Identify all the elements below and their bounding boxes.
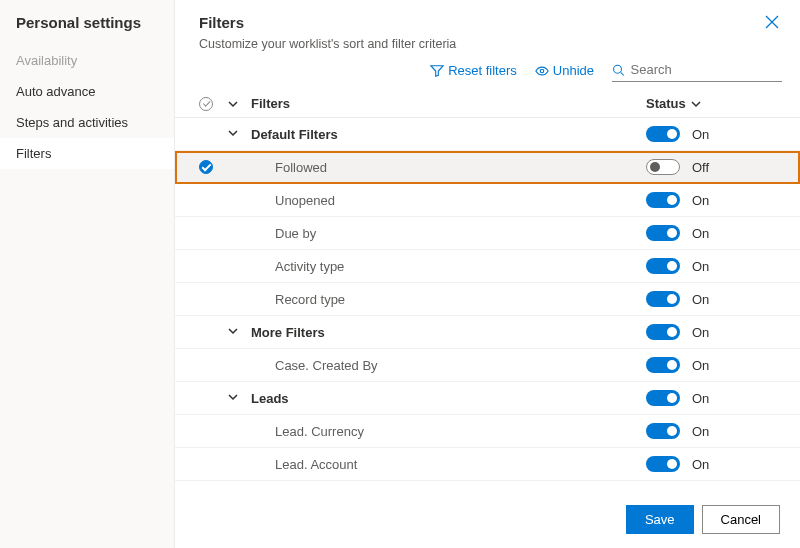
filter-row[interactable]: Default FiltersOn <box>175 118 800 151</box>
reset-filters-label: Reset filters <box>448 63 517 78</box>
search-input[interactable] <box>629 61 782 78</box>
column-status-label: Status <box>646 96 686 111</box>
row-label: Default Filters <box>251 127 646 142</box>
row-label: Lead. Currency <box>251 424 646 439</box>
sidebar-item-availability: Availability <box>0 45 174 76</box>
save-button[interactable]: Save <box>626 505 694 534</box>
status-label: On <box>692 358 709 373</box>
row-label: More Filters <box>251 325 646 340</box>
header: Filters Customize your worklist's sort a… <box>175 0 800 55</box>
chevron-down-icon[interactable] <box>227 391 239 406</box>
sidebar-item-steps[interactable]: Steps and activities <box>0 107 174 138</box>
footer: Save Cancel <box>175 495 800 548</box>
status-label: On <box>692 325 709 340</box>
row-label: Case. Created By <box>251 358 646 373</box>
sidebar-item-auto-advance[interactable]: Auto advance <box>0 76 174 107</box>
chevron-down-icon[interactable] <box>227 325 239 340</box>
eye-icon <box>535 64 549 78</box>
status-label: On <box>692 259 709 274</box>
status-label: Off <box>692 160 709 175</box>
status-toggle[interactable] <box>646 192 680 208</box>
filter-row[interactable]: Lead. AccountOn <box>175 448 800 481</box>
rows-container: Default FiltersOnFollowedOffUnopenedOnDu… <box>175 118 800 495</box>
svg-point-2 <box>540 69 544 73</box>
cancel-button[interactable]: Cancel <box>702 505 780 534</box>
filter-row[interactable]: Record typeOn <box>175 283 800 316</box>
row-label: Unopened <box>251 193 646 208</box>
main-panel: Filters Customize your worklist's sort a… <box>175 0 800 548</box>
filter-row[interactable]: More FiltersOn <box>175 316 800 349</box>
filter-row[interactable]: Activity typeOn <box>175 250 800 283</box>
filter-row[interactable]: LeadsOn <box>175 382 800 415</box>
filter-row[interactable]: Due byOn <box>175 217 800 250</box>
page-subtitle: Customize your worklist's sort and filte… <box>199 37 776 51</box>
status-toggle[interactable] <box>646 126 680 142</box>
filter-row[interactable]: UnopenedOn <box>175 184 800 217</box>
filter-row[interactable]: Lead. CurrencyOn <box>175 415 800 448</box>
toolbar: Reset filters Unhide <box>175 55 800 90</box>
column-status[interactable]: Status <box>646 96 776 111</box>
status-toggle[interactable] <box>646 423 680 439</box>
row-label: Lead. Account <box>251 457 646 472</box>
status-toggle[interactable] <box>646 456 680 472</box>
sidebar-item-filters[interactable]: Filters <box>0 138 174 169</box>
reset-filters-link[interactable]: Reset filters <box>430 63 517 78</box>
table-header: Filters Status <box>175 90 800 118</box>
status-label: On <box>692 391 709 406</box>
filter-row[interactable]: Case. Created ByOn <box>175 349 800 382</box>
status-toggle[interactable] <box>646 390 680 406</box>
filter-row[interactable]: FollowedOff <box>175 151 800 184</box>
status-toggle[interactable] <box>646 225 680 241</box>
chevron-down-icon[interactable] <box>227 127 239 142</box>
status-label: On <box>692 457 709 472</box>
search-icon <box>612 63 625 77</box>
close-icon[interactable] <box>764 14 780 34</box>
sidebar-title: Personal settings <box>0 14 174 45</box>
status-toggle[interactable] <box>646 258 680 274</box>
svg-line-4 <box>621 72 624 75</box>
sidebar: Personal settings Availability Auto adva… <box>0 0 175 548</box>
row-label: Followed <box>251 160 646 175</box>
status-toggle[interactable] <box>646 324 680 340</box>
status-label: On <box>692 292 709 307</box>
row-label: Record type <box>251 292 646 307</box>
status-toggle[interactable] <box>646 159 680 175</box>
page-title: Filters <box>199 14 776 31</box>
filter-icon <box>430 64 444 78</box>
chevron-down-icon[interactable] <box>227 98 239 110</box>
status-label: On <box>692 193 709 208</box>
search-field[interactable] <box>612 59 782 82</box>
unhide-label: Unhide <box>553 63 594 78</box>
svg-point-3 <box>614 65 622 73</box>
column-filters[interactable]: Filters <box>251 96 646 111</box>
row-label: Activity type <box>251 259 646 274</box>
status-label: On <box>692 424 709 439</box>
chevron-down-icon <box>690 98 702 110</box>
select-all-icon[interactable] <box>199 97 213 111</box>
row-check-icon[interactable] <box>199 160 213 174</box>
row-label: Leads <box>251 391 646 406</box>
status-toggle[interactable] <box>646 357 680 373</box>
status-label: On <box>692 127 709 142</box>
status-toggle[interactable] <box>646 291 680 307</box>
unhide-link[interactable]: Unhide <box>535 63 594 78</box>
row-label: Due by <box>251 226 646 241</box>
status-label: On <box>692 226 709 241</box>
